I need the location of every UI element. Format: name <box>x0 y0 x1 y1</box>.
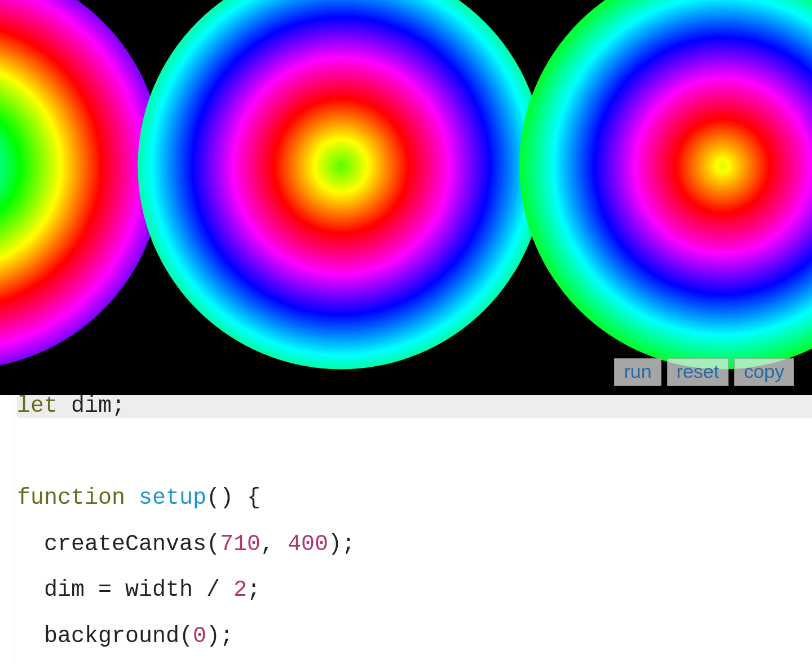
code-gutter <box>0 395 15 663</box>
sketch-canvas-area: run reset copy <box>0 0 812 395</box>
code-token-number: 400 <box>288 532 328 557</box>
canvas-button-row: run reset copy <box>614 358 794 386</box>
code-token-plain: background( <box>17 624 193 649</box>
code-line[interactable]: dim = width / 2; <box>17 579 812 602</box>
code-token-number: 710 <box>220 532 261 557</box>
code-editor[interactable]: let dim; function setup() { createCanvas… <box>0 395 812 663</box>
code-token-plain: ); <box>328 532 355 557</box>
code-line[interactable] <box>17 441 812 464</box>
code-line[interactable]: function setup() { <box>17 487 812 510</box>
code-line[interactable]: createCanvas(710, 400); <box>17 533 812 556</box>
reset-button[interactable]: reset <box>667 358 729 386</box>
code-token-plain <box>125 485 139 511</box>
code-token-plain: ); <box>206 624 233 649</box>
code-token-plain: () { <box>206 485 261 511</box>
code-token-plain: dim = width / <box>17 577 233 603</box>
code-token-number: 2 <box>233 577 247 603</box>
copy-button[interactable]: copy <box>734 358 794 386</box>
code-token-keyword: function <box>17 485 125 511</box>
code-line[interactable]: let dim; <box>17 395 812 418</box>
code-token-fnname: setup <box>139 485 206 511</box>
run-button[interactable]: run <box>614 358 661 386</box>
code-token-plain: createCanvas( <box>17 532 220 557</box>
code-token-number: 0 <box>193 624 206 649</box>
code-token-keyword: let <box>17 393 58 419</box>
code-token-plain: dim; <box>58 393 125 419</box>
code-line[interactable]: background(0); <box>17 625 812 648</box>
code-token-plain: , <box>261 532 288 557</box>
code-token-plain: ; <box>247 577 261 603</box>
sketch-canvas[interactable] <box>0 0 812 395</box>
